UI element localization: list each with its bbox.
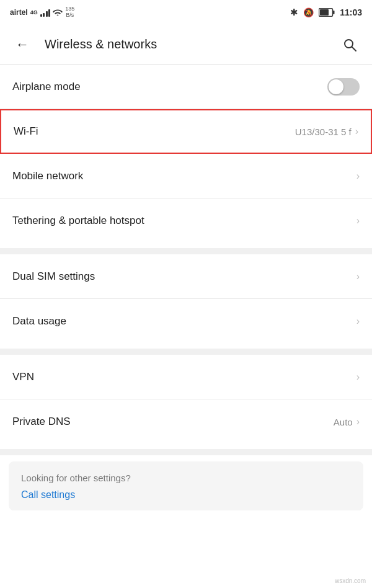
time-display: 11:03 bbox=[340, 7, 362, 17]
dual-sim-chevron-icon: › bbox=[356, 271, 360, 282]
search-button[interactable] bbox=[337, 32, 362, 57]
private-dns-chevron-icon: › bbox=[356, 416, 360, 427]
status-left: airtel 4G 135B/s bbox=[10, 6, 74, 19]
search-icon bbox=[342, 37, 357, 52]
wifi-status-icon bbox=[53, 7, 63, 17]
airplane-mode-item[interactable]: Airplane mode bbox=[0, 65, 372, 109]
section-general: Airplane mode Wi-Fi U13/30-31 5 f › Mobi… bbox=[0, 65, 372, 243]
wifi-value: U13/30-31 5 f bbox=[295, 127, 352, 137]
bluetooth-icon: ✱ bbox=[290, 7, 298, 18]
data-usage-label: Data usage bbox=[12, 315, 356, 327]
dual-sim-item[interactable]: Dual SIM settings › bbox=[0, 254, 372, 299]
tethering-chevron-icon: › bbox=[356, 215, 360, 226]
back-arrow-icon: ← bbox=[16, 37, 29, 53]
section-divider-1 bbox=[0, 248, 372, 254]
notification-bell-icon: 🔕 bbox=[303, 7, 314, 17]
data-usage-item[interactable]: Data usage › bbox=[0, 299, 372, 344]
wifi-item[interactable]: Wi-Fi U13/30-31 5 f › bbox=[0, 109, 372, 154]
back-button[interactable]: ← bbox=[10, 32, 35, 57]
mobile-network-chevron-icon: › bbox=[356, 171, 360, 182]
section-divider-3 bbox=[0, 449, 372, 455]
card-text: Looking for other settings? bbox=[21, 473, 351, 483]
signal-bars-icon bbox=[40, 8, 51, 17]
app-bar: ← Wireless & networks bbox=[0, 25, 372, 65]
svg-line-4 bbox=[352, 47, 356, 51]
carrier-label: airtel bbox=[10, 8, 28, 17]
dual-sim-label: Dual SIM settings bbox=[12, 270, 356, 283]
private-dns-label: Private DNS bbox=[12, 416, 334, 428]
page-title: Wireless & networks bbox=[45, 37, 337, 51]
battery-icon bbox=[319, 8, 335, 17]
network-type: 4G bbox=[30, 9, 38, 16]
status-bar: airtel 4G 135B/s ✱ 🔕 bbox=[0, 0, 372, 25]
speed-indicator: 135B/s bbox=[65, 6, 74, 19]
call-settings-link[interactable]: Call settings bbox=[21, 489, 351, 501]
data-usage-chevron-icon: › bbox=[356, 316, 360, 327]
watermark: wsxdn.com bbox=[335, 577, 366, 584]
section-divider-2 bbox=[0, 349, 372, 355]
vpn-item[interactable]: VPN › bbox=[0, 355, 372, 399]
status-right: ✱ 🔕 11:03 bbox=[290, 7, 362, 18]
svg-rect-2 bbox=[333, 11, 335, 14]
tethering-label: Tethering & portable hotspot bbox=[12, 215, 356, 227]
private-dns-item[interactable]: Private DNS Auto › bbox=[0, 399, 372, 444]
tethering-item[interactable]: Tethering & portable hotspot › bbox=[0, 198, 372, 243]
section-sim: Dual SIM settings › Data usage › bbox=[0, 254, 372, 344]
private-dns-value: Auto bbox=[334, 417, 353, 427]
svg-rect-1 bbox=[320, 9, 329, 16]
wifi-chevron-icon: › bbox=[355, 126, 358, 137]
airplane-mode-label: Airplane mode bbox=[12, 81, 327, 93]
vpn-label: VPN bbox=[12, 371, 356, 383]
mobile-network-label: Mobile network bbox=[12, 170, 356, 182]
bottom-card: Looking for other settings? Call setting… bbox=[9, 461, 363, 510]
vpn-chevron-icon: › bbox=[356, 372, 360, 383]
section-network2: VPN › Private DNS Auto › bbox=[0, 355, 372, 444]
airplane-mode-toggle[interactable] bbox=[327, 78, 360, 96]
mobile-network-item[interactable]: Mobile network › bbox=[0, 154, 372, 198]
settings-content: Airplane mode Wi-Fi U13/30-31 5 f › Mobi… bbox=[0, 65, 372, 510]
toggle-thumb bbox=[329, 79, 343, 94]
wifi-label: Wi-Fi bbox=[14, 125, 295, 138]
